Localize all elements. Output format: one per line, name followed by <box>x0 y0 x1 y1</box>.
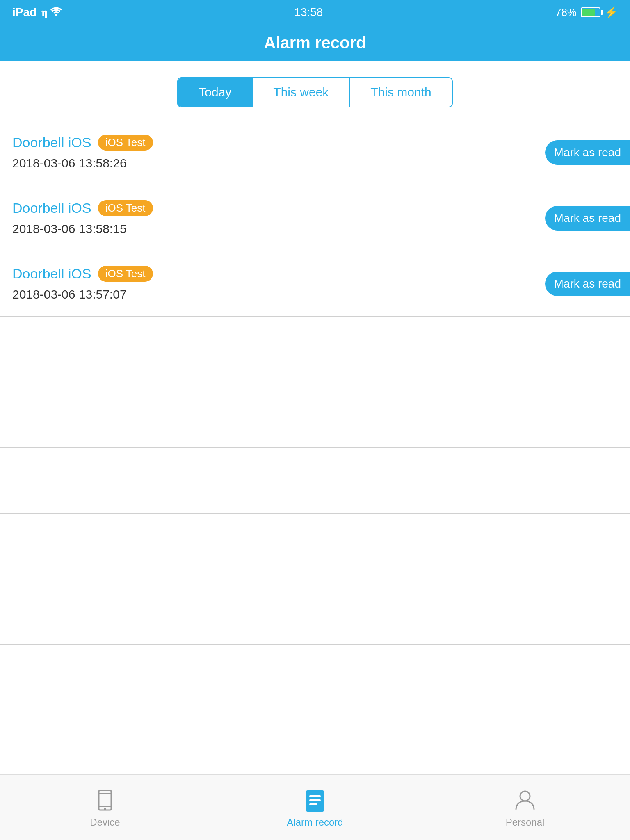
alarm-item-header: Doorbell iOS iOS Test <box>12 200 618 216</box>
empty-row <box>0 645 630 710</box>
alarm-record-icon <box>302 787 328 813</box>
device-label: iPad <box>12 6 37 19</box>
svg-point-0 <box>55 14 57 16</box>
ios-test-badge: iOS Test <box>98 266 153 282</box>
empty-row <box>0 579 630 645</box>
filter-tabs: Today This week This month <box>0 61 630 120</box>
mark-as-read-button[interactable]: Mark as read <box>545 272 630 296</box>
device-icon <box>92 787 118 813</box>
status-right: 78% ⚡ <box>555 6 618 19</box>
mark-as-read-button[interactable]: Mark as read <box>545 140 630 165</box>
empty-row <box>0 448 630 514</box>
nav-label-alarm-record: Alarm record <box>287 817 343 828</box>
nav-label-personal: Personal <box>506 817 545 828</box>
nav-item-personal[interactable]: Personal <box>420 787 630 828</box>
svg-point-3 <box>104 808 106 810</box>
nav-item-alarm-record[interactable]: Alarm record <box>210 787 420 828</box>
status-bar: iPad 𝛈 13:58 78% ⚡ <box>0 0 630 25</box>
alarm-item-header: Doorbell iOS iOS Test <box>12 266 618 282</box>
device-name: Doorbell iOS <box>12 266 91 282</box>
device-name: Doorbell iOS <box>12 200 91 216</box>
charging-icon: ⚡ <box>605 6 618 19</box>
alarm-timestamp: 2018-03-06 13:58:15 <box>12 222 618 236</box>
alarm-timestamp: 2018-03-06 13:57:07 <box>12 288 618 301</box>
mark-as-read-button[interactable]: Mark as read <box>545 206 630 231</box>
ios-test-badge: iOS Test <box>98 135 153 151</box>
personal-icon <box>512 787 538 813</box>
status-time: 13:58 <box>294 6 323 19</box>
tab-this-month[interactable]: This month <box>350 78 452 107</box>
svg-point-8 <box>520 791 530 801</box>
filter-group: Today This week This month <box>177 77 453 107</box>
empty-row <box>0 317 630 382</box>
tab-this-week[interactable]: This week <box>253 78 350 107</box>
alarm-item: Doorbell iOS iOS Test 2018-03-06 13:57:0… <box>0 251 630 317</box>
status-left: iPad 𝛈 <box>12 6 62 19</box>
alarm-item-header: Doorbell iOS iOS Test <box>12 135 618 151</box>
wifi-icon: 𝛈 <box>41 7 62 18</box>
empty-row <box>0 382 630 448</box>
content-area: Today This week This month Doorbell iOS … <box>0 61 630 774</box>
nav-item-device[interactable]: Device <box>0 787 210 828</box>
battery-percent: 78% <box>555 6 577 19</box>
ios-test-badge: iOS Test <box>98 200 153 216</box>
empty-row <box>0 514 630 579</box>
alarm-item: Doorbell iOS iOS Test 2018-03-06 13:58:2… <box>0 120 630 185</box>
header: Alarm record <box>0 25 630 61</box>
alarm-list: Doorbell iOS iOS Test 2018-03-06 13:58:2… <box>0 120 630 710</box>
alarm-timestamp: 2018-03-06 13:58:26 <box>12 156 618 170</box>
battery-icon <box>581 7 600 17</box>
alarm-item: Doorbell iOS iOS Test 2018-03-06 13:58:1… <box>0 185 630 251</box>
tab-today[interactable]: Today <box>178 78 253 107</box>
page-title: Alarm record <box>264 34 366 52</box>
device-name: Doorbell iOS <box>12 135 91 151</box>
nav-label-device: Device <box>90 817 120 828</box>
bottom-nav: Device Alarm record Personal <box>0 774 630 840</box>
